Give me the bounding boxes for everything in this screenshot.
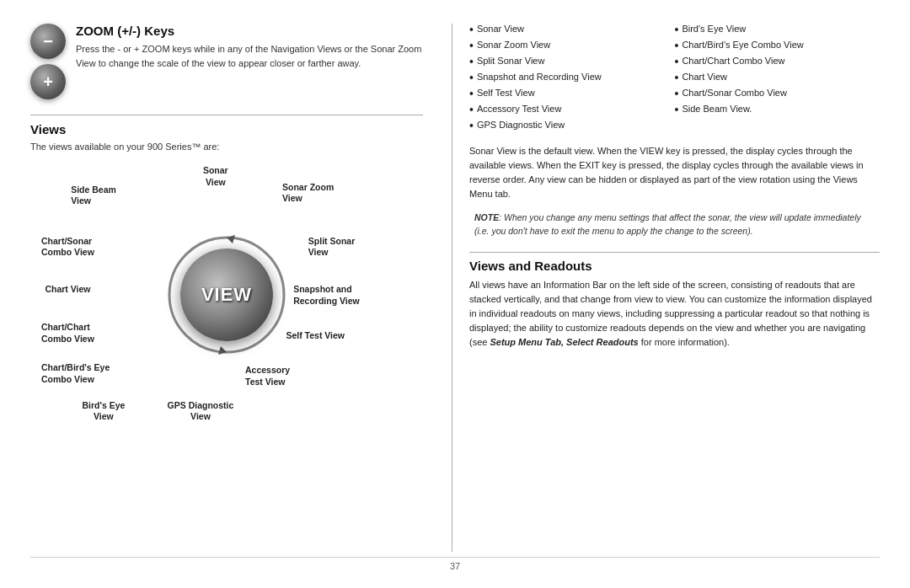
- list-item: • Snapshot and Recording View: [469, 72, 675, 83]
- zoom-section: − + ZOOM (+/-) Keys Press the - or + ZOO…: [30, 24, 423, 99]
- zoom-description: Press the - or + ZOOM keys while in any …: [76, 42, 423, 70]
- bullet-dot: •: [469, 72, 474, 83]
- bullet-text: Chart/Chart Combo View: [682, 56, 784, 66]
- right-column: • Sonar View • Sonar Zoom View • Split S…: [461, 24, 880, 552]
- views-subtitle: The views available on your 900 Series™ …: [30, 142, 423, 152]
- label-side-beam-view: Side BeamView: [71, 184, 116, 207]
- label-chart-view: Chart View: [45, 284, 90, 296]
- list-item: • Sonar View: [469, 24, 675, 35]
- label-split-sonar-view: Split SonarView: [308, 236, 355, 259]
- label-chart-chart-combo-view: Chart/ChartCombo View: [41, 322, 94, 345]
- bullet-col-right: • Bird's Eye View • Chart/Bird's Eye Com…: [675, 24, 881, 136]
- diagram-container: VIEW: [41, 160, 412, 430]
- bullet-dot: •: [469, 56, 474, 67]
- label-chart-sonar-combo-view: Chart/SonarCombo View: [41, 236, 94, 259]
- page-number: 37: [30, 557, 880, 571]
- zoom-buttons: − +: [30, 24, 66, 99]
- bullet-text: Sonar View: [477, 24, 524, 34]
- bullet-col-left: • Sonar View • Sonar Zoom View • Split S…: [469, 24, 675, 136]
- zoom-minus-button[interactable]: −: [30, 24, 66, 59]
- bullet-dot: •: [675, 56, 679, 67]
- bullet-text: Snapshot and Recording View: [477, 72, 602, 82]
- bullet-text: Sonar Zoom View: [477, 40, 550, 50]
- bullet-text: Self Test View: [477, 88, 535, 98]
- bullet-dot: •: [469, 120, 474, 131]
- bullet-dot: •: [469, 40, 474, 51]
- list-item: • Self Test View: [469, 88, 675, 99]
- bullet-text: Chart/Bird's Eye Combo View: [682, 40, 803, 50]
- list-item: • Side Beam View.: [675, 104, 881, 115]
- readouts-text: All views have an Information Bar on the…: [469, 278, 880, 350]
- bullet-text: Accessory Test View: [477, 104, 561, 114]
- bullet-dot: •: [675, 104, 679, 115]
- view-center-button[interactable]: VIEW: [180, 249, 273, 341]
- bullet-text: Split Sonar View: [477, 56, 545, 66]
- readouts-title: Views and Readouts: [469, 259, 880, 273]
- bullet-dot: •: [469, 24, 474, 35]
- zoom-plus-button[interactable]: +: [30, 64, 66, 99]
- bullet-text: GPS Diagnostic View: [477, 120, 565, 130]
- bullet-dot: •: [675, 40, 679, 51]
- note-label: NOTE: [474, 212, 499, 222]
- column-divider: [452, 24, 452, 552]
- bullet-dot: •: [675, 88, 679, 99]
- note-box: NOTE: When you change any menu settings …: [469, 208, 880, 242]
- readouts-section: Views and Readouts All views have an Inf…: [469, 252, 880, 350]
- zoom-text: ZOOM (+/-) Keys Press the - or + ZOOM ke…: [76, 24, 423, 70]
- label-birds-eye-view: Bird's EyeView: [82, 400, 125, 423]
- readouts-bold-phrase: Setup Menu Tab, Select Readouts: [490, 337, 638, 347]
- label-sonar-zoom-view: Sonar ZoomView: [282, 182, 334, 205]
- label-snapshot-recording-view: Snapshot andRecording View: [293, 284, 360, 307]
- bullet-dot: •: [469, 88, 474, 99]
- zoom-title: ZOOM (+/-) Keys: [76, 24, 423, 38]
- list-item: • Chart View: [675, 72, 881, 83]
- list-item: • GPS Diagnostic View: [469, 120, 675, 131]
- list-item: • Split Sonar View: [469, 56, 675, 67]
- bullet-text: Chart View: [682, 72, 727, 82]
- label-sonar-view: SonarView: [203, 165, 228, 188]
- center-label: VIEW: [201, 284, 252, 306]
- list-item: • Chart/Chart Combo View: [675, 56, 881, 67]
- bullet-text: Chart/Sonar Combo View: [682, 88, 787, 98]
- views-section: Views The views available on your 900 Se…: [30, 115, 423, 430]
- note-text: : When you change any menu settings that…: [474, 212, 861, 236]
- label-self-test-view: Self Test View: [286, 330, 345, 342]
- list-item: • Bird's Eye View: [675, 24, 881, 35]
- bullet-text: Bird's Eye View: [682, 24, 746, 34]
- label-gps-diagnostic-view: GPS DiagnosticView: [168, 400, 234, 423]
- list-item: • Chart/Sonar Combo View: [675, 88, 881, 99]
- views-description: Sonar View is the default view. When the…: [469, 144, 880, 201]
- minus-label: −: [43, 32, 53, 51]
- left-column: − + ZOOM (+/-) Keys Press the - or + ZOO…: [30, 24, 443, 552]
- plus-label: +: [43, 72, 53, 92]
- bullet-dot: •: [469, 104, 474, 115]
- views-title: Views: [30, 122, 423, 136]
- list-item: • Accessory Test View: [469, 104, 675, 115]
- bullet-dot: •: [675, 72, 679, 83]
- page: − + ZOOM (+/-) Keys Press the - or + ZOO…: [0, 0, 910, 588]
- bullet-dot: •: [675, 24, 679, 35]
- bullet-columns: • Sonar View • Sonar Zoom View • Split S…: [469, 24, 880, 136]
- list-item: • Chart/Bird's Eye Combo View: [675, 40, 881, 51]
- list-item: • Sonar Zoom View: [469, 40, 675, 51]
- label-chart-birds-eye-combo-view: Chart/Bird's EyeCombo View: [41, 362, 110, 385]
- bullet-text: Side Beam View.: [682, 104, 752, 114]
- label-accessory-test-view: AccessoryTest View: [245, 365, 290, 388]
